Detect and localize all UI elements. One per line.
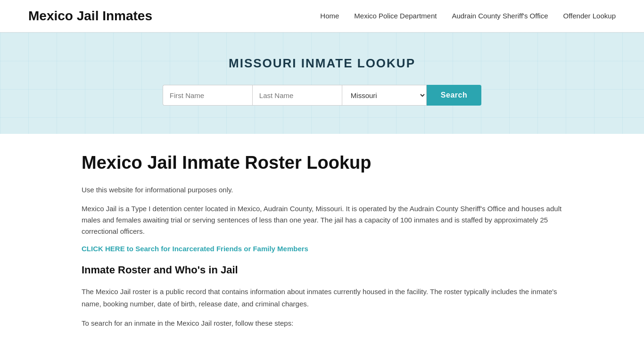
site-logo[interactable]: Mexico Jail Inmates [28,8,152,24]
hero-section: MISSOURI INMATE LOOKUP MissouriAlabamaAl… [0,33,644,134]
last-name-input[interactable] [252,85,342,106]
state-select[interactable]: MissouriAlabamaAlaskaArizonaArkansasCali… [342,85,427,106]
main-nav: Home Mexico Police Department Audrain Co… [320,12,616,20]
search-link[interactable]: CLICK HERE to Search for Incarcerated Fr… [82,245,308,253]
description-text: Mexico Jail is a Type I detention center… [82,203,562,237]
nav-sheriffs-office[interactable]: Audrain County Sheriff's Office [452,12,548,20]
hero-title: MISSOURI INMATE LOOKUP [9,56,635,71]
nav-home[interactable]: Home [320,12,339,20]
nav-offender-lookup[interactable]: Offender Lookup [563,12,616,20]
sub-heading: Inmate Roster and Who's in Jail [82,264,562,276]
roster-description: The Mexico Jail roster is a public recor… [82,286,562,310]
page-heading: Mexico Jail Inmate Roster Lookup [82,153,562,173]
nav-police-dept[interactable]: Mexico Police Department [354,12,437,20]
informational-notice: Use this website for informational purpo… [82,184,562,196]
inmate-search-form: MissouriAlabamaAlaskaArizonaArkansasCali… [143,85,501,106]
site-header: Mexico Jail Inmates Home Mexico Police D… [0,0,644,33]
search-steps-intro: To search for an inmate in the Mexico Ja… [82,317,562,329]
search-button[interactable]: Search [427,85,481,106]
main-content: Mexico Jail Inmate Roster Lookup Use thi… [53,134,591,362]
first-name-input[interactable] [163,85,252,106]
